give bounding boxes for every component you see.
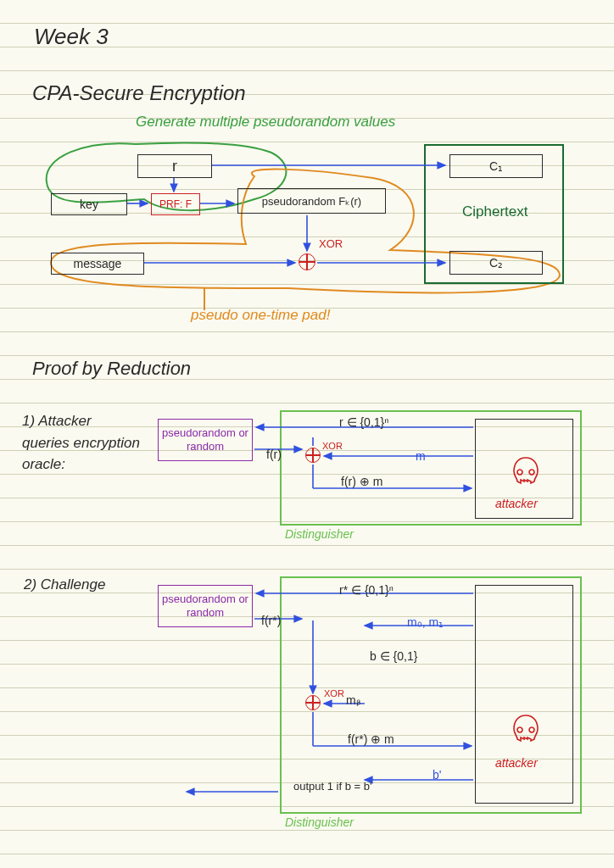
step1-label: 1) Attacker queries encryption oracle: [22, 410, 141, 476]
label-frstar: f(r*) [261, 614, 281, 627]
label-mb: mᵦ [346, 693, 361, 707]
label-r-in-01n: r ∈ {0,1}ⁿ [339, 415, 388, 429]
arrows-diagram1 [42, 144, 568, 297]
orange-tick [199, 287, 209, 310]
heading-cpa-secure: CPA-Secure Encryption [32, 81, 246, 105]
label-b-in-01: b ∈ {0,1} [370, 649, 417, 663]
page-title: Week 3 [34, 24, 109, 50]
label-fr: f(r) [266, 448, 282, 461]
label-m: m [416, 449, 426, 463]
label-rstar-in: r* ∈ {0,1}ⁿ [339, 583, 394, 597]
annot-pseudo-otp: pseudo one-time pad! [191, 307, 330, 324]
label-bprime: b' [433, 768, 441, 782]
label-m0m1: m₀, m₁ [407, 615, 444, 629]
label-fr-xor-m: f(r) ⊕ m [341, 475, 382, 488]
heading-proof-reduction: Proof by Reduction [32, 358, 191, 380]
label-frstar-xor-m: f(r*) ⊕ m [348, 732, 394, 746]
arrows-step1 [153, 410, 585, 537]
annot-generate-multiple: Generate multiple pseudorandom values [136, 114, 395, 131]
label-output-1-if: output 1 if b = b' [293, 780, 387, 793]
step2-label: 2) Challenge [24, 576, 105, 593]
